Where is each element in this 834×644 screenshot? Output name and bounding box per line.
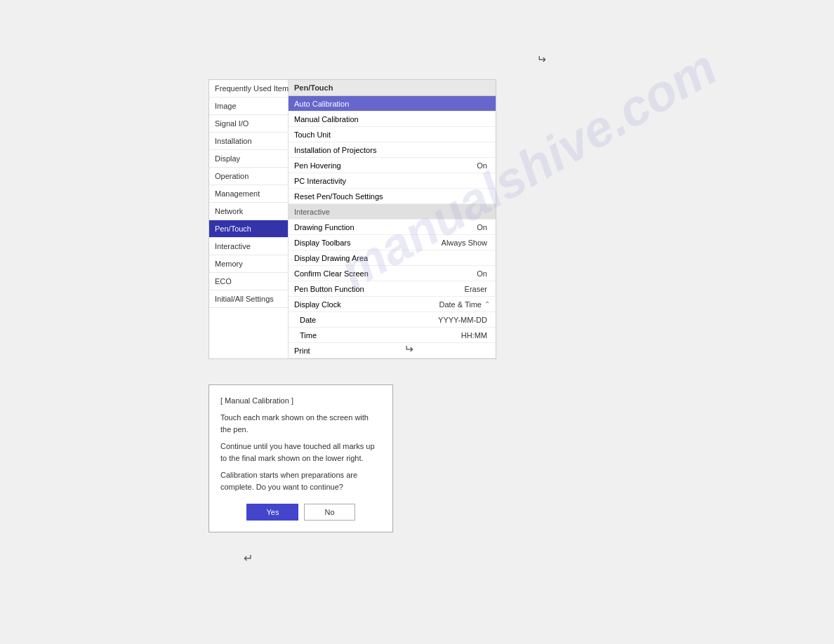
row-auto-calibration[interactable]: Auto Calibration [289,96,496,112]
row-label-confirm-clear-screen: Confirm Clear Screen [294,269,477,278]
row-label-reset-pen-touch: Reset Pen/Touch Settings [294,192,490,201]
row-value-date: YYYY-MM-DD [438,316,487,324]
content-panel: Pen/Touch Auto Calibration Manual Calibr… [289,80,496,358]
sidebar-item-network[interactable]: Network [209,203,288,220]
bottom-return-arrow-icon: ↵ [244,551,253,565]
sidebar: Frequently Used Items Image Signal I/O I… [209,80,289,358]
top-return-arrow-icon: ↵ [537,53,546,66]
dialog-text-line3: Calibration starts when preparations are… [220,469,381,492]
row-value-time: HH:MM [461,331,487,340]
dialog-title: [ Manual Calibration ] [220,396,381,405]
row-value-pen-hovering: On [477,161,487,170]
mid-return-arrow-icon: ↵ [404,342,413,356]
sidebar-item-interactive[interactable]: Interactive [209,238,288,255]
sidebar-item-image[interactable]: Image [209,98,288,115]
sidebar-item-memory[interactable]: Memory [209,255,288,273]
row-display-drawing-area[interactable]: Display Drawing Area [289,250,496,266]
row-time[interactable]: Time HH:MM [289,328,496,343]
content-header: Pen/Touch [289,80,496,96]
row-label-drawing-function: Drawing Function [294,223,477,232]
sidebar-item-pen-touch[interactable]: Pen/Touch [209,220,288,238]
row-label-manual-calibration: Manual Calibration [294,115,490,123]
row-pen-hovering[interactable]: Pen Hovering On [289,158,496,173]
row-label-time: Time [300,331,461,340]
sidebar-item-management[interactable]: Management [209,185,288,203]
row-label-pc-interactivity: PC Interactivity [294,177,490,185]
row-label-print: Print [294,347,490,355]
sidebar-item-initial-all[interactable]: Initial/All Settings [209,290,288,308]
dialog-text-line1: Touch each mark shown on the screen with… [220,412,381,435]
row-value-pen-button-function: Eraser [465,285,487,293]
row-drawing-function[interactable]: Drawing Function On [289,220,496,235]
row-date[interactable]: Date YYYY-MM-DD [289,312,496,328]
row-installation-projectors[interactable]: Installation of Projectors [289,142,496,158]
row-value-drawing-function: On [477,223,487,232]
row-reset-pen-touch[interactable]: Reset Pen/Touch Settings [289,189,496,204]
row-manual-calibration[interactable]: Manual Calibration [289,112,496,127]
row-display-toolbars[interactable]: Display Toolbars Always Show [289,235,496,250]
sidebar-item-frequently-used[interactable]: Frequently Used Items [209,80,288,98]
row-print[interactable]: Print [289,343,496,358]
no-button[interactable]: No [304,504,355,521]
row-value-display-clock: Date & Time [439,300,482,309]
row-label-pen-hovering: Pen Hovering [294,161,477,170]
chevron-up-icon: ⌃ [484,300,490,308]
row-label-auto-calibration: Auto Calibration [294,100,490,108]
row-label-touch-unit: Touch Unit [294,130,490,139]
dialog-panel: [ Manual Calibration ] Touch each mark s… [208,384,393,532]
row-display-clock[interactable]: Display Clock Date & Time ⌃ [289,297,496,312]
dialog-text-line2: Continue until you have touched all mark… [220,441,381,464]
section-header-interactive: Interactive [289,204,496,220]
row-label-date: Date [300,316,438,324]
menu-panel: Frequently Used Items Image Signal I/O I… [208,79,496,359]
row-label-installation-projectors: Installation of Projectors [294,146,490,154]
row-confirm-clear-screen[interactable]: Confirm Clear Screen On [289,266,496,281]
row-label-display-clock: Display Clock [294,300,439,309]
sidebar-item-display[interactable]: Display [209,150,288,168]
yes-button[interactable]: Yes [246,504,298,521]
row-label-display-toolbars: Display Toolbars [294,239,442,247]
row-value-display-toolbars: Always Show [442,239,487,247]
sidebar-item-signal-io[interactable]: Signal I/O [209,115,288,133]
dialog-buttons: Yes No [220,504,381,521]
row-pen-button-function[interactable]: Pen Button Function Eraser [289,281,496,297]
row-label-display-drawing-area: Display Drawing Area [294,254,490,262]
sidebar-item-installation[interactable]: Installation [209,133,288,150]
row-touch-unit[interactable]: Touch Unit [289,127,496,142]
sidebar-item-operation[interactable]: Operation [209,168,288,185]
row-value-confirm-clear-screen: On [477,269,487,278]
row-pc-interactivity[interactable]: PC Interactivity [289,173,496,189]
sidebar-item-eco[interactable]: ECO [209,273,288,290]
row-label-pen-button-function: Pen Button Function [294,285,465,293]
section-label-interactive: Interactive [294,208,490,216]
